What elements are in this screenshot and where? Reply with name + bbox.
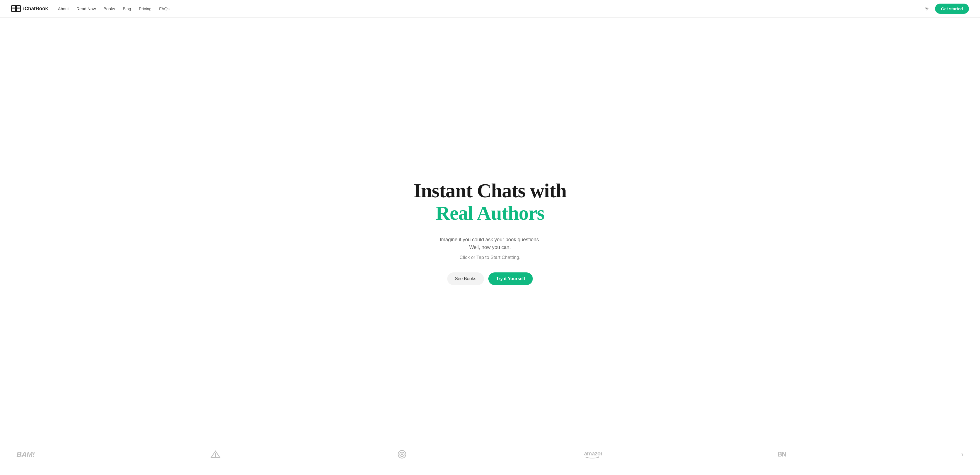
nav-links: About Read Now Books Blog Pricing FAQs — [58, 6, 169, 11]
sun-icon: ☀ — [924, 6, 929, 12]
svg-point-10 — [215, 456, 216, 457]
try-yourself-button[interactable]: Try it Yourself — [488, 273, 533, 285]
instacart-logo — [210, 449, 221, 460]
target-logo — [396, 449, 407, 460]
svg-point-13 — [401, 453, 403, 455]
svg-rect-0 — [11, 6, 16, 11]
see-books-button[interactable]: See Books — [447, 273, 484, 285]
hero-section: Instant Chats with Real Authors Imagine … — [0, 18, 980, 442]
svg-rect-1 — [17, 6, 21, 11]
hero-subtitle-1: Imagine if you could ask your book quest… — [440, 236, 540, 252]
navbar: iChatBook About Read Now Books Blog Pric… — [0, 0, 980, 18]
bn-logo: BN — [778, 450, 786, 458]
theme-toggle-button[interactable]: ☀ — [923, 4, 931, 14]
nav-faqs[interactable]: FAQs — [159, 6, 170, 11]
brand-name: iChatBook — [23, 6, 48, 11]
hero-title-line2: Real Authors — [436, 202, 544, 225]
logo-book-icon — [11, 4, 21, 14]
hero-cta-text: Click or Tap to Start Chatting. — [460, 255, 520, 260]
amazon-logo: amazon — [583, 449, 602, 460]
bam-logo: BAM! — [17, 450, 35, 459]
logos-strip: BAM! amazon BN › — [0, 442, 980, 467]
hero-buttons: See Books Try it Yourself — [447, 273, 533, 285]
nav-about[interactable]: About — [58, 6, 69, 11]
logos-next-button[interactable]: › — [961, 450, 963, 459]
nav-blog[interactable]: Blog — [123, 6, 131, 11]
nav-pricing[interactable]: Pricing — [139, 6, 151, 11]
nav-books[interactable]: Books — [103, 6, 115, 11]
svg-text:amazon: amazon — [584, 450, 602, 456]
hero-title-line1: Instant Chats with — [414, 180, 566, 202]
nav-right: ☀ Get started — [923, 3, 969, 14]
nav-read-now[interactable]: Read Now — [76, 6, 96, 11]
get-started-button[interactable]: Get started — [935, 3, 969, 14]
logo-link[interactable]: iChatBook — [11, 4, 48, 14]
nav-left: iChatBook About Read Now Books Blog Pric… — [11, 4, 169, 14]
